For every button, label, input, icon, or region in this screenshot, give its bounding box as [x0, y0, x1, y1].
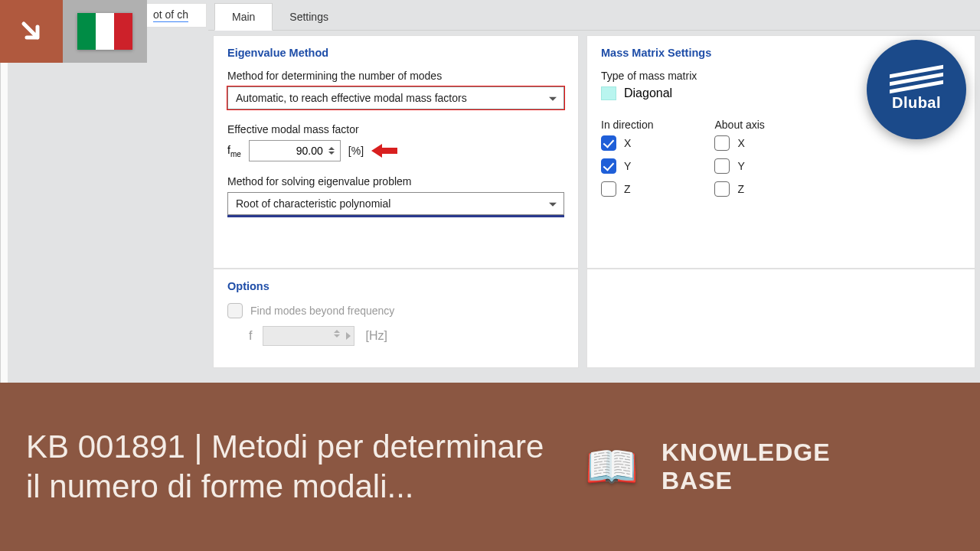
section-title-eigen: Eigenvalue Method — [227, 47, 564, 59]
spinner-fme[interactable] — [328, 142, 338, 159]
app-window: ot of ch Main Settings Eigenvalue Method… — [0, 0, 980, 383]
select-method-modes[interactable]: Automatic, to reach effective modal mass… — [227, 86, 564, 109]
label-emmf: Effective modal mass factor — [227, 123, 564, 135]
label-method-solve: Method for solving eigenvalue problem — [227, 175, 564, 187]
annotation-arrow-icon — [371, 145, 397, 156]
mass-type-color-icon — [601, 86, 616, 100]
input-frequency — [263, 326, 354, 346]
open-book-icon: 📖 — [585, 445, 639, 488]
tab-main[interactable]: Main — [214, 3, 273, 31]
banner-title: KB 001891 | Metodi per determinare il nu… — [26, 427, 562, 507]
sidebar-listitem-text: ot of ch — [153, 8, 188, 22]
checkbox-icon — [714, 181, 730, 197]
checkbox-find-modes-beyond: Find modes beyond frequency — [227, 303, 564, 318]
banner-kb-label: KNOWLEDGE BASE — [662, 439, 831, 495]
checkbox-axis-y[interactable]: Y — [714, 158, 764, 174]
corner-badge-arrow — [0, 0, 63, 63]
label-fme-symbol: fme — [227, 144, 241, 158]
dlubal-logo-badge: Dlubal — [867, 40, 966, 139]
checkbox-dir-z[interactable]: Z — [601, 181, 653, 197]
checkbox-axis-z[interactable]: Z — [714, 181, 764, 197]
checkbox-icon — [601, 135, 616, 151]
unit-hz: [Hz] — [365, 329, 387, 343]
dlubal-text: Dlubal — [892, 94, 941, 112]
mass-type-value: Diagonal — [624, 86, 672, 100]
panel-empty-right — [586, 269, 975, 368]
dlubal-bars-icon — [890, 68, 943, 90]
flag-italy-icon — [77, 13, 132, 50]
checkbox-axis-x[interactable]: X — [714, 135, 764, 151]
unit-fme: [%] — [348, 145, 364, 157]
section-title-options: Options — [227, 280, 564, 292]
content-pane: Main Settings Eigenvalue Method Method f… — [208, 0, 980, 383]
checkbox-icon — [714, 135, 730, 151]
arrow-down-right-icon — [16, 16, 47, 47]
tab-settings[interactable]: Settings — [273, 4, 345, 30]
label-about-axis: About axis — [714, 119, 764, 131]
label-in-direction: In direction — [601, 119, 653, 131]
checkbox-icon — [601, 181, 616, 197]
select-method-modes-value: Automatic, to reach effective modal mass… — [227, 86, 564, 109]
checkbox-icon — [714, 158, 730, 174]
select-method-solve[interactable]: Root of characteristic polynomial — [227, 192, 564, 217]
corner-badge-flag — [63, 0, 147, 63]
input-fme[interactable] — [249, 140, 341, 161]
checkbox-dir-y[interactable]: Y — [601, 158, 653, 174]
checkbox-dir-x[interactable]: X — [601, 135, 653, 151]
checkbox-icon — [601, 158, 616, 174]
label-method-modes: Method for determining the number of mod… — [227, 70, 564, 82]
bottom-banner: KB 001891 | Metodi per determinare il nu… — [0, 383, 980, 551]
select-method-solve-value: Root of characteristic polynomial — [227, 192, 564, 215]
label-f-symbol: f — [249, 329, 252, 343]
panel-eigenvalue-method: Eigenvalue Method Method for determining… — [213, 35, 579, 269]
tab-bar: Main Settings — [208, 0, 980, 31]
checkbox-icon — [227, 303, 243, 318]
input-fme-field[interactable] — [249, 140, 341, 161]
panel-options: Options Find modes beyond frequency f [H… — [213, 269, 579, 368]
